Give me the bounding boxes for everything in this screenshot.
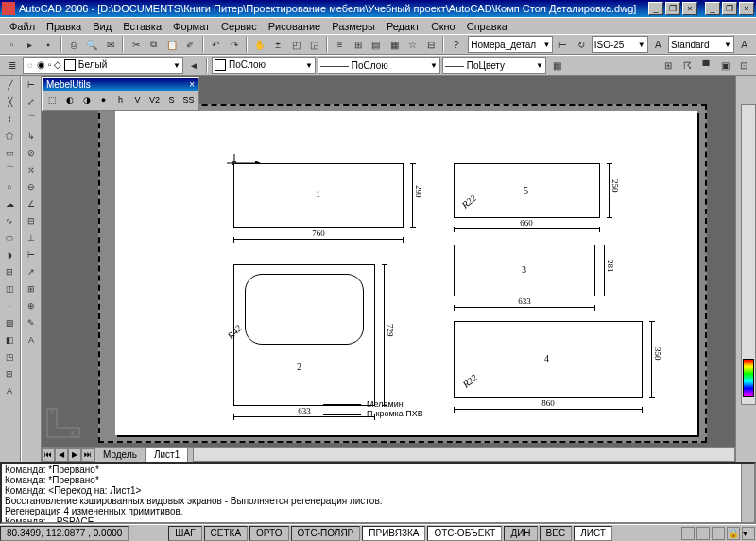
pline-tool[interactable]: ⌇	[1, 111, 18, 127]
zoom-rt-button[interactable]: ±	[269, 36, 285, 53]
undo-button[interactable]: ↶	[208, 36, 224, 53]
tray-icon-1[interactable]	[681, 527, 695, 540]
plot-button[interactable]: ⎙	[66, 36, 82, 53]
tray-lock-icon[interactable]: 🔒	[727, 527, 740, 540]
restore-button[interactable]: ❐	[722, 2, 737, 15]
menu-draw[interactable]: Рисование	[263, 20, 326, 33]
toggle-ortho[interactable]: ОРТО	[249, 526, 288, 541]
dim-aligned[interactable]: ⤢	[23, 94, 40, 110]
tray-icon-2[interactable]	[696, 527, 710, 540]
dim-arc[interactable]: ⌒	[23, 111, 40, 127]
new-button[interactable]: ▫	[4, 36, 20, 53]
region-tool[interactable]: ◳	[1, 349, 18, 365]
mtext-tool[interactable]: A	[1, 383, 18, 399]
tb-a[interactable]: ⊞	[660, 57, 677, 74]
copy-button[interactable]: ⧉	[146, 36, 162, 53]
tb-d[interactable]: ▣	[716, 57, 733, 74]
spline-tool[interactable]: ∿	[1, 213, 18, 229]
cmdline-scrollbar[interactable]	[741, 464, 754, 522]
dim-edit[interactable]: ✎	[23, 315, 40, 331]
drawing-canvas[interactable]: MebelUtils× ⬚ ◐ ◑ ● h V V2 S SS	[42, 76, 735, 462]
menu-edit[interactable]: Правка	[41, 20, 87, 33]
tb-c[interactable]: ▀	[697, 57, 714, 74]
dim-ordinate[interactable]: ↳	[23, 128, 40, 144]
save-button[interactable]: ▪	[40, 36, 56, 53]
toolpalettes-button[interactable]: ▤	[368, 36, 384, 53]
mebel-btn-0[interactable]: ⬚	[44, 93, 60, 109]
linetype-select[interactable]: ——— ПоСлою▼	[318, 57, 440, 74]
dim-tolerance[interactable]: ⊞	[23, 281, 40, 297]
line-tool[interactable]: ╱	[1, 77, 18, 93]
toggle-otrack[interactable]: ОТС-ОБЪЕКТ	[427, 526, 502, 541]
layer-props-button[interactable]: ≣	[4, 57, 21, 74]
xline-tool[interactable]: ╳	[1, 94, 18, 110]
menu-view[interactable]: Вид	[87, 20, 117, 33]
mebel-btn-6[interactable]: V2	[146, 93, 163, 109]
table-tool[interactable]: ⊞	[1, 366, 18, 382]
match-button[interactable]: ✐	[182, 36, 198, 53]
markup-button[interactable]: ☆	[404, 36, 421, 53]
tab-layout1[interactable]: Лист1	[146, 448, 188, 462]
plot-style-button[interactable]: ▦	[548, 57, 565, 74]
designcenter-button[interactable]: ⊞	[350, 36, 366, 53]
menu-format[interactable]: Формат	[167, 20, 215, 33]
rectangle-tool[interactable]: ▭	[1, 145, 18, 161]
dim-baseline[interactable]: ⊥	[23, 230, 40, 246]
dim-quick[interactable]: ⊟	[23, 213, 40, 229]
menu-dimension[interactable]: Размеры	[326, 20, 381, 33]
revcloud-tool[interactable]: ☁	[1, 196, 18, 212]
tb-e[interactable]: ⊡	[735, 57, 752, 74]
mebel-btn-7[interactable]: S	[163, 93, 180, 109]
zoom-window-button[interactable]: ◰	[288, 36, 304, 53]
toggle-polar[interactable]: ОТС-ПОЛЯР	[291, 526, 361, 541]
sheetset-button[interactable]: ▦	[387, 36, 403, 53]
toggle-lwt[interactable]: ВЕС	[540, 526, 573, 541]
dim-angular[interactable]: ∠	[23, 196, 40, 212]
toggle-grid[interactable]: СЕТКА	[204, 526, 249, 541]
mebelutils-toolbar[interactable]: MebelUtils× ⬚ ◐ ◑ ● h V V2 S SS	[42, 77, 199, 111]
properties-button[interactable]: ≡	[332, 36, 348, 53]
dim-tedit[interactable]: A	[23, 332, 40, 348]
tab-model[interactable]: Модель	[94, 448, 146, 462]
color-select[interactable]: ПоСлою▼	[212, 57, 316, 74]
toggle-snap[interactable]: ШАГ	[168, 526, 201, 541]
qcalc-button[interactable]: ⊟	[422, 36, 438, 53]
dim-jogged[interactable]: ⤭	[23, 162, 40, 178]
command-line[interactable]: Команда: *Прервано* Команда: *Прервано* …	[0, 462, 756, 524]
tb-b[interactable]: ☈	[679, 57, 696, 74]
circle-tool[interactable]: ○	[1, 179, 18, 195]
layer-select[interactable]: ☼ ◉ ▫ ◇ Белый▼	[23, 57, 183, 74]
menu-window[interactable]: Окно	[425, 20, 461, 33]
dim-update-button[interactable]: ↻	[574, 36, 590, 53]
dimstyle-select[interactable]: Номера_детал▼	[468, 36, 553, 53]
block-tool[interactable]: ◫	[1, 281, 18, 297]
layer-prev-button[interactable]: ◄	[185, 57, 202, 74]
iso-select[interactable]: ISO-25▼	[592, 36, 648, 53]
redo-button[interactable]: ↷	[226, 36, 242, 53]
ellipsearc-tool[interactable]: ◗	[1, 247, 18, 263]
tab-next[interactable]: ▶	[68, 448, 81, 462]
lineweight-select[interactable]: —— ПоЦвету▼	[442, 57, 546, 74]
gradient-tool[interactable]: ◧	[1, 332, 18, 348]
text-a-button[interactable]: A	[650, 36, 666, 53]
dim-linear[interactable]: ⊢	[23, 77, 40, 93]
polygon-tool[interactable]: ⬠	[1, 128, 18, 144]
insert-tool[interactable]: ⊞	[1, 264, 18, 280]
mebel-btn-2[interactable]: ◑	[78, 93, 94, 109]
pan-button[interactable]: ✋	[251, 36, 267, 53]
mebel-btn-1[interactable]: ◐	[61, 93, 77, 109]
menu-help[interactable]: Справка	[461, 20, 513, 33]
help-button[interactable]: ?	[448, 36, 464, 53]
menu-file[interactable]: Файл	[4, 20, 41, 33]
tab-prev[interactable]: ◀	[55, 448, 68, 462]
tray-menu-icon[interactable]: ▾	[742, 527, 755, 540]
text-tool-button[interactable]: A	[736, 36, 752, 53]
mdi-close-button[interactable]: ×	[682, 2, 697, 15]
dim-continue[interactable]: ⊢	[23, 247, 40, 263]
open-button[interactable]: ▸	[22, 36, 38, 53]
menu-modify[interactable]: Редакт	[381, 20, 425, 33]
mebel-btn-5[interactable]: V	[129, 93, 146, 109]
dim-center[interactable]: ⊕	[23, 298, 40, 314]
close-button[interactable]: ×	[739, 2, 754, 15]
toggle-osnap[interactable]: ПРИВЯЗКА	[362, 526, 425, 541]
